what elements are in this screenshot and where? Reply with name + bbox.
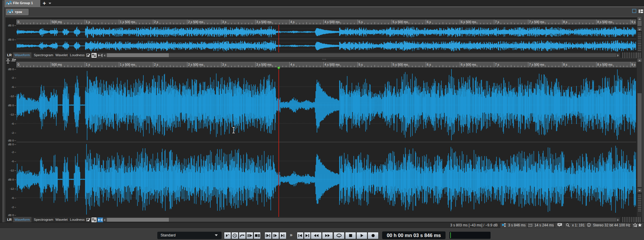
svg-text:4 s 500 ms: 4 s 500 ms bbox=[324, 63, 339, 66]
svg-text:4 s: 4 s bbox=[290, 20, 294, 24]
svg-text:3 s 500 ms: 3 s 500 ms bbox=[256, 20, 271, 24]
svg-text:500 ms: 500 ms bbox=[52, 20, 62, 24]
svg-text:1 s 500 ms: 1 s 500 ms bbox=[120, 20, 135, 24]
svg-text:6 s: 6 s bbox=[427, 63, 431, 66]
svg-text:3 s: 3 s bbox=[222, 63, 226, 66]
svg-text:2 s 500 ms: 2 s 500 ms bbox=[188, 20, 203, 24]
svg-text:8 s: 8 s bbox=[563, 20, 567, 24]
svg-text:8 s: 8 s bbox=[563, 63, 567, 66]
svg-text:7 s 500 ms: 7 s 500 ms bbox=[529, 20, 544, 24]
svg-text:2 s 500 ms: 2 s 500 ms bbox=[188, 63, 203, 66]
svg-text:5 s: 5 s bbox=[359, 20, 363, 24]
svg-text:8 s 500 ms: 8 s 500 ms bbox=[597, 20, 612, 24]
svg-text:0: 0 bbox=[18, 20, 20, 24]
svg-text:6 s: 6 s bbox=[427, 20, 431, 24]
svg-text:7 s: 7 s bbox=[495, 20, 499, 24]
svg-text:5 s 500 ms: 5 s 500 ms bbox=[393, 20, 408, 24]
svg-text:0: 0 bbox=[18, 63, 20, 66]
svg-text:3 s 500 ms: 3 s 500 ms bbox=[256, 63, 271, 66]
svg-text:9 s: 9 s bbox=[631, 63, 635, 66]
svg-text:4 s 500 ms: 4 s 500 ms bbox=[324, 20, 339, 24]
svg-text:9 s: 9 s bbox=[631, 20, 635, 24]
svg-text:1 s 500 ms: 1 s 500 ms bbox=[120, 63, 135, 66]
svg-text:8 s 500 ms: 8 s 500 ms bbox=[597, 63, 612, 66]
svg-text:1 s: 1 s bbox=[86, 20, 90, 24]
svg-text:7 s: 7 s bbox=[495, 63, 499, 66]
svg-text:5 s: 5 s bbox=[359, 63, 363, 66]
svg-text:6 s 500 ms: 6 s 500 ms bbox=[461, 20, 476, 24]
svg-text:2 s: 2 s bbox=[154, 20, 158, 24]
svg-text:2 s: 2 s bbox=[154, 63, 158, 66]
svg-text:500 ms: 500 ms bbox=[52, 63, 62, 66]
svg-text:3 s: 3 s bbox=[222, 20, 226, 24]
svg-text:5 s 500 ms: 5 s 500 ms bbox=[393, 63, 408, 66]
svg-text:4 s: 4 s bbox=[290, 63, 294, 66]
svg-text:7 s 500 ms: 7 s 500 ms bbox=[529, 63, 544, 66]
svg-text:1 s: 1 s bbox=[86, 63, 90, 66]
svg-text:6 s 500 ms: 6 s 500 ms bbox=[461, 63, 476, 66]
